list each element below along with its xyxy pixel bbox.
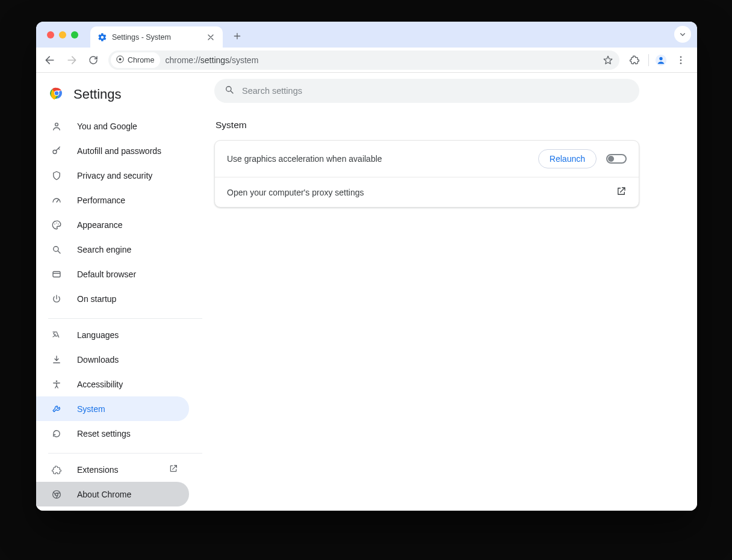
tab-title: Settings - System: [112, 33, 201, 42]
svg-point-20: [226, 87, 231, 91]
svg-point-9: [55, 91, 59, 96]
nav-extensions[interactable]: Extensions: [36, 457, 189, 482]
nav-downloads[interactable]: Downloads: [36, 347, 189, 372]
window-controls: [47, 31, 78, 38]
address-bar[interactable]: Chrome chrome://settings/system: [108, 51, 619, 70]
nav-label: You and Google: [77, 122, 137, 131]
svg-point-6: [680, 62, 682, 64]
nav-label: Default browser: [77, 269, 136, 279]
person-icon: [51, 120, 63, 132]
nav-label: System: [77, 404, 105, 414]
svg-point-3: [659, 57, 662, 60]
nav-about-chrome[interactable]: About Chrome: [36, 482, 189, 506]
tab-search-button[interactable]: [674, 26, 691, 43]
bookmark-button[interactable]: [603, 55, 613, 66]
shield-icon: [51, 170, 63, 182]
svg-point-14: [58, 223, 59, 224]
row-proxy-settings[interactable]: Open your computer's proxy settings: [215, 177, 639, 207]
nav-accessibility[interactable]: Accessibility: [36, 372, 189, 396]
key-icon: [51, 145, 63, 157]
row-label: Open your computer's proxy settings: [227, 188, 606, 197]
nav-autofill[interactable]: Autofill and passwords: [36, 138, 189, 163]
extensions-button[interactable]: [624, 50, 645, 70]
nav-label: On startup: [77, 294, 116, 304]
settings-main: System Use graphics acceleration when av…: [214, 73, 697, 511]
minimize-window-button[interactable]: [59, 31, 66, 38]
svg-point-12: [54, 223, 55, 224]
search-icon: [51, 244, 63, 256]
nav-label: Accessibility: [77, 380, 123, 389]
toolbar-divider: [648, 54, 649, 66]
nav-default-browser[interactable]: Default browser: [36, 262, 189, 286]
content-area: Settings You and Google Autofill and pas…: [36, 73, 697, 511]
settings-header: Settings: [36, 79, 214, 114]
reset-icon: [51, 428, 63, 440]
close-window-button[interactable]: [47, 31, 54, 38]
nav-label: About Chrome: [77, 490, 131, 499]
nav-reset[interactable]: Reset settings: [36, 421, 189, 446]
nav-languages[interactable]: Languages: [36, 322, 189, 347]
close-tab-button[interactable]: [206, 32, 216, 42]
puzzle-icon: [51, 464, 63, 476]
download-icon: [51, 354, 63, 366]
nav-label: Appearance: [77, 220, 123, 230]
graphics-acceleration-toggle[interactable]: [606, 154, 627, 164]
nav-system[interactable]: System: [36, 396, 189, 421]
nav-privacy[interactable]: Privacy and security: [36, 163, 189, 188]
settings-search-input[interactable]: [242, 86, 630, 96]
kebab-menu-button[interactable]: [671, 50, 691, 70]
search-icon: [224, 84, 235, 97]
svg-point-13: [56, 222, 57, 223]
nav-label: Downloads: [77, 355, 119, 365]
chrome-logo-icon: [49, 86, 64, 103]
browser-window: Settings - System Chrome: [36, 22, 697, 511]
reload-button[interactable]: [83, 50, 104, 70]
chrome-outline-icon: [51, 488, 63, 500]
nav-label: Extensions: [77, 465, 118, 475]
gear-icon: [98, 32, 107, 42]
forward-button[interactable]: [61, 50, 82, 70]
nav-separator: [48, 453, 202, 454]
svg-point-1: [119, 58, 122, 60]
nav-label: Languages: [77, 330, 119, 340]
row-label: Use graphics acceleration when available: [227, 154, 529, 164]
nav-separator: [48, 318, 202, 319]
wrench-icon: [51, 403, 63, 415]
browser-icon: [51, 268, 63, 280]
relaunch-button[interactable]: Relaunch: [538, 149, 597, 168]
site-chip[interactable]: Chrome: [111, 52, 160, 68]
nav-on-startup[interactable]: On startup: [36, 286, 189, 311]
settings-title: Settings: [73, 87, 122, 102]
new-tab-button[interactable]: [229, 28, 246, 45]
svg-point-10: [55, 123, 58, 126]
nav-label: Reset settings: [77, 429, 131, 438]
site-chip-label: Chrome: [128, 56, 154, 64]
power-icon: [51, 293, 63, 305]
profile-button[interactable]: [653, 52, 669, 69]
nav-label: Autofill and passwords: [77, 146, 161, 156]
settings-search[interactable]: [214, 79, 639, 103]
svg-point-4: [680, 56, 682, 58]
nav-you-and-google[interactable]: You and Google: [36, 114, 189, 138]
chrome-icon: [116, 55, 125, 66]
svg-point-5: [680, 59, 682, 61]
translate-icon: [51, 329, 63, 341]
svg-point-17: [56, 380, 58, 382]
row-graphics-acceleration: Use graphics acceleration when available…: [215, 141, 639, 177]
svg-point-15: [54, 246, 58, 251]
back-button[interactable]: [40, 50, 60, 70]
svg-rect-16: [53, 271, 60, 277]
nav-appearance[interactable]: Appearance: [36, 212, 189, 237]
browser-tab[interactable]: Settings - System: [90, 26, 223, 48]
nav-label: Performance: [77, 195, 125, 205]
accessibility-icon: [51, 378, 63, 390]
open-external-icon: [616, 186, 627, 198]
section-title: System: [214, 116, 669, 140]
nav-performance[interactable]: Performance: [36, 188, 189, 212]
toolbar: Chrome chrome://settings/system: [36, 48, 697, 73]
palette-icon: [51, 219, 63, 231]
settings-sidebar: Settings You and Google Autofill and pas…: [36, 73, 214, 511]
maximize-window-button[interactable]: [71, 31, 78, 38]
nav-label: Search engine: [77, 245, 131, 254]
nav-search-engine[interactable]: Search engine: [36, 237, 189, 262]
